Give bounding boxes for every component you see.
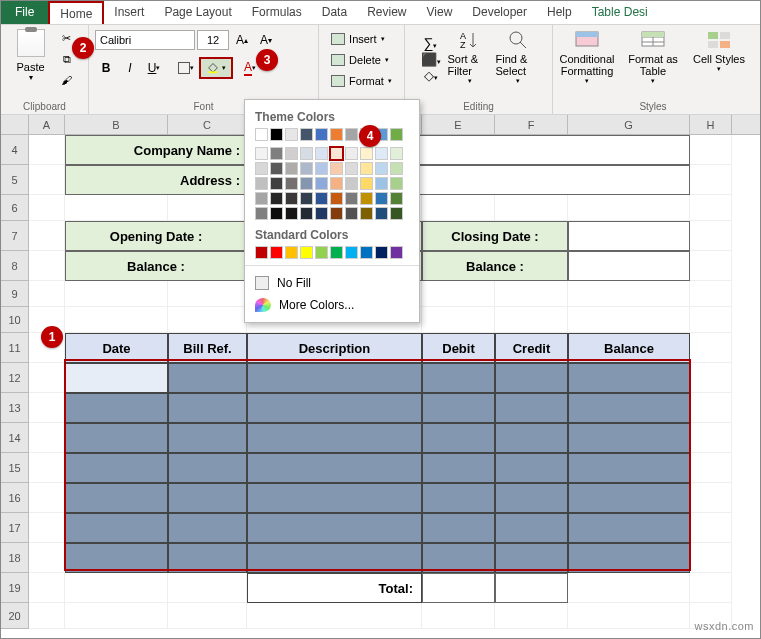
row-header[interactable]: 5 bbox=[1, 165, 29, 195]
color-swatch[interactable] bbox=[375, 147, 388, 160]
cell[interactable] bbox=[29, 483, 65, 513]
cell[interactable] bbox=[168, 281, 247, 307]
row-header[interactable]: 17 bbox=[1, 513, 29, 543]
color-swatch[interactable] bbox=[255, 162, 268, 175]
table-row[interactable] bbox=[247, 543, 422, 573]
table-row[interactable] bbox=[495, 483, 568, 513]
col-header[interactable]: C bbox=[168, 115, 247, 134]
table-row[interactable] bbox=[168, 453, 247, 483]
font-size-input[interactable] bbox=[197, 30, 229, 50]
table-row[interactable] bbox=[247, 363, 422, 393]
table-header-date[interactable]: Date bbox=[65, 333, 168, 363]
tab-pagelayout[interactable]: Page Layout bbox=[154, 1, 241, 24]
table-header-billref[interactable]: Bill Ref. bbox=[168, 333, 247, 363]
row-header[interactable]: 11 bbox=[1, 333, 29, 363]
table-row[interactable] bbox=[495, 543, 568, 573]
cell-address-label[interactable]: Address : bbox=[65, 165, 247, 195]
cell[interactable] bbox=[29, 603, 65, 629]
row-header[interactable]: 9 bbox=[1, 281, 29, 307]
table-row[interactable] bbox=[568, 483, 690, 513]
table-row[interactable] bbox=[495, 513, 568, 543]
cell[interactable] bbox=[690, 363, 732, 393]
cell[interactable] bbox=[168, 573, 247, 603]
autosum-button[interactable]: ∑▾ bbox=[424, 35, 438, 51]
col-header[interactable]: E bbox=[422, 115, 495, 134]
row-header[interactable]: 16 bbox=[1, 483, 29, 513]
color-swatch[interactable] bbox=[390, 192, 403, 205]
bold-button[interactable]: B bbox=[95, 57, 117, 79]
cell[interactable] bbox=[29, 393, 65, 423]
select-all-corner[interactable] bbox=[1, 115, 29, 134]
color-swatch[interactable] bbox=[360, 147, 373, 160]
cell[interactable] bbox=[495, 603, 568, 629]
tab-help[interactable]: Help bbox=[537, 1, 582, 24]
cell[interactable] bbox=[168, 307, 247, 333]
color-swatch[interactable] bbox=[375, 162, 388, 175]
conditional-formatting-button[interactable]: Conditional Formatting▾ bbox=[556, 29, 618, 85]
col-header[interactable]: F bbox=[495, 115, 568, 134]
paste-button[interactable]: Paste ▾ bbox=[11, 29, 51, 82]
format-painter-button[interactable]: 🖌 bbox=[55, 71, 79, 89]
color-swatch[interactable] bbox=[270, 192, 283, 205]
cell[interactable] bbox=[65, 603, 168, 629]
table-row[interactable] bbox=[422, 513, 495, 543]
table-row[interactable] bbox=[65, 363, 168, 393]
color-swatch[interactable] bbox=[330, 162, 343, 175]
color-swatch[interactable] bbox=[315, 128, 328, 141]
cell[interactable] bbox=[422, 603, 495, 629]
color-swatch[interactable] bbox=[330, 246, 343, 259]
table-row[interactable] bbox=[168, 363, 247, 393]
row-header[interactable]: 20 bbox=[1, 603, 29, 629]
table-row[interactable] bbox=[495, 393, 568, 423]
color-swatch[interactable] bbox=[375, 177, 388, 190]
font-name-input[interactable] bbox=[95, 30, 195, 50]
col-header[interactable]: B bbox=[65, 115, 168, 134]
insert-cells-button[interactable]: Insert▾ bbox=[327, 29, 396, 49]
color-swatch[interactable] bbox=[315, 192, 328, 205]
color-swatch[interactable] bbox=[255, 246, 268, 259]
cell[interactable] bbox=[690, 333, 732, 363]
color-swatch[interactable] bbox=[285, 128, 298, 141]
borders-button[interactable]: ▾ bbox=[175, 57, 197, 79]
cell[interactable] bbox=[690, 251, 732, 281]
color-swatch[interactable] bbox=[390, 207, 403, 220]
cell[interactable] bbox=[690, 423, 732, 453]
row-header[interactable]: 13 bbox=[1, 393, 29, 423]
table-header-description[interactable]: Description bbox=[247, 333, 422, 363]
color-swatch[interactable] bbox=[360, 192, 373, 205]
underline-button[interactable]: U▾ bbox=[143, 57, 165, 79]
color-swatch[interactable] bbox=[285, 147, 298, 160]
row-header[interactable]: 18 bbox=[1, 543, 29, 573]
tab-data[interactable]: Data bbox=[312, 1, 357, 24]
color-swatch[interactable] bbox=[255, 192, 268, 205]
cell[interactable] bbox=[495, 281, 568, 307]
cell-closing-label[interactable]: Closing Date : bbox=[422, 221, 568, 251]
color-swatch[interactable] bbox=[285, 192, 298, 205]
cell[interactable] bbox=[29, 543, 65, 573]
row-header[interactable]: 12 bbox=[1, 363, 29, 393]
table-row[interactable] bbox=[495, 423, 568, 453]
color-swatch[interactable] bbox=[345, 162, 358, 175]
cell[interactable] bbox=[568, 195, 690, 221]
cell-balance2-label[interactable]: Balance : bbox=[422, 251, 568, 281]
cell[interactable] bbox=[247, 603, 422, 629]
table-row[interactable] bbox=[168, 543, 247, 573]
cell[interactable] bbox=[690, 573, 732, 603]
cell[interactable] bbox=[495, 195, 568, 221]
row-header[interactable]: 15 bbox=[1, 453, 29, 483]
color-swatch[interactable] bbox=[270, 207, 283, 220]
tab-developer[interactable]: Developer bbox=[462, 1, 537, 24]
table-row[interactable] bbox=[65, 423, 168, 453]
color-swatch[interactable] bbox=[285, 246, 298, 259]
tab-formulas[interactable]: Formulas bbox=[242, 1, 312, 24]
color-swatch[interactable] bbox=[360, 177, 373, 190]
cell[interactable] bbox=[422, 307, 495, 333]
cell[interactable] bbox=[65, 573, 168, 603]
table-row[interactable] bbox=[65, 393, 168, 423]
color-swatch[interactable] bbox=[315, 162, 328, 175]
color-swatch[interactable] bbox=[270, 246, 283, 259]
cell-total-debit[interactable] bbox=[422, 573, 495, 603]
tab-insert[interactable]: Insert bbox=[104, 1, 154, 24]
color-swatch[interactable] bbox=[315, 177, 328, 190]
cell[interactable] bbox=[422, 281, 495, 307]
